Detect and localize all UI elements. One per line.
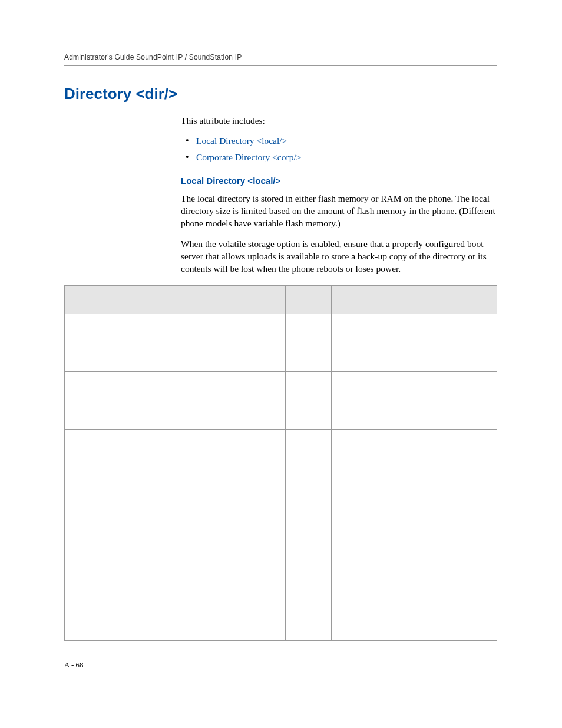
- config-table: [64, 285, 497, 641]
- subheading-local-directory: Local Directory <local/>: [181, 176, 497, 186]
- table-cell: [286, 430, 332, 578]
- table-header-cell: [232, 286, 286, 314]
- table-cell: [286, 372, 332, 430]
- list-item: Corporate Directory <corp/>: [181, 152, 497, 163]
- table-row: [65, 430, 497, 578]
- page-number: A - 68: [64, 660, 84, 670]
- table-cell: [65, 430, 232, 578]
- local-directory-link[interactable]: Local Directory <local/>: [196, 136, 287, 146]
- list-item: Local Directory <local/>: [181, 136, 497, 146]
- table-cell: [232, 372, 286, 430]
- table-cell: [232, 578, 286, 641]
- table-header-row: [65, 286, 497, 314]
- table-header-cell: [286, 286, 332, 314]
- table-cell: [65, 372, 232, 430]
- table-cell: [286, 314, 332, 372]
- table-cell: [232, 430, 286, 578]
- running-header: Administrator's Guide SoundPoint IP / So…: [64, 53, 497, 61]
- table-header-cell: [65, 286, 232, 314]
- header-rule: [64, 65, 497, 66]
- table-cell: [332, 578, 497, 641]
- table-cell: [286, 578, 332, 641]
- table-cell: [332, 372, 497, 430]
- paragraph-2: When the volatile storage option is enab…: [181, 238, 497, 275]
- table-row: [65, 372, 497, 430]
- intro-text: This attribute includes:: [181, 115, 497, 127]
- paragraph-1: The local directory is stored in either …: [181, 193, 497, 230]
- table-cell: [232, 314, 286, 372]
- link-list: Local Directory <local/> Corporate Direc…: [181, 136, 497, 163]
- table-header-cell: [332, 286, 497, 314]
- section-title: Directory <dir/>: [64, 85, 497, 103]
- table-row: [65, 578, 497, 641]
- table-cell: [332, 314, 497, 372]
- table-cell: [65, 314, 232, 372]
- table-cell: [332, 430, 497, 578]
- corporate-directory-link[interactable]: Corporate Directory <corp/>: [196, 152, 301, 162]
- table-row: [65, 314, 497, 372]
- table-cell: [65, 578, 232, 641]
